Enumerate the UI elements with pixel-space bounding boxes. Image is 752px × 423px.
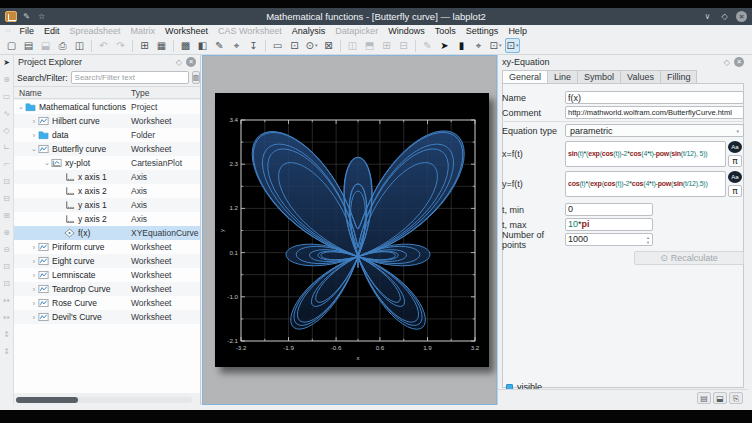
tmin-field[interactable]: 0 — [565, 203, 653, 216]
zoom-combo-button[interactable]: ⊙▾ — [304, 38, 319, 53]
add-equation-curve-icon[interactable]: ◇ — [1, 125, 13, 137]
expand-arrow-icon[interactable]: › — [30, 272, 38, 279]
float-dock-icon[interactable]: ◇ — [176, 58, 182, 67]
menu-tools[interactable]: Tools — [430, 26, 461, 36]
expand-arrow-icon[interactable]: ⌄ — [17, 103, 25, 111]
menu-windows[interactable]: Windows — [383, 26, 430, 36]
import-data-button[interactable]: ↧ — [246, 38, 261, 53]
new-text-label-button[interactable]: ▭ — [270, 38, 285, 53]
zoom-in-x-icon[interactable]: ⊡ — [1, 261, 13, 273]
add-text-label-icon[interactable]: ▭ — [1, 91, 13, 103]
select-mode-button[interactable]: ➤ — [437, 38, 452, 53]
tree-column-headers[interactable]: Name Type — [14, 86, 200, 99]
shortcut-icon[interactable]: ☆ — [36, 11, 47, 22]
new-plot-button[interactable]: ⊡ — [287, 38, 302, 53]
tree-row-devil-s-curve[interactable]: ›Devil's CurveWorksheet — [14, 310, 200, 324]
new-datapicker-button[interactable]: ⌖ — [229, 38, 244, 53]
tree-row-lemniscate[interactable]: ›LemniscateWorksheet — [14, 268, 200, 282]
auto-scale-icon[interactable]: ⊡ — [1, 176, 13, 188]
new-matrix-button[interactable]: ▩ — [178, 38, 193, 53]
minimize-icon[interactable]: ∨ — [702, 11, 713, 22]
new-workbook-button[interactable]: ⊞ — [137, 38, 152, 53]
shift-left-x-icon[interactable]: ↔ — [1, 295, 13, 307]
menu-settings[interactable]: Settings — [461, 26, 504, 36]
add-curve-icon[interactable]: ∿ — [1, 108, 13, 120]
tree-horizontal-scrollbar[interactable] — [16, 397, 192, 403]
y-equation-field[interactable]: cos(t)*(exp(cos(t))-2*cos(4*t)-pow(sin(t… — [565, 171, 726, 197]
expand-arrow-icon[interactable]: ⌄ — [43, 159, 51, 167]
worksheet-view[interactable]: -3.2-1.9-0.60.61.93.2-2.1-1.00.11.22.33.… — [202, 55, 497, 405]
filter-options-button[interactable]: ▥ — [192, 71, 201, 84]
tree-row-mathematical-functions[interactable]: ⌄Mathematical functionsProject — [14, 100, 200, 114]
menu-help[interactable]: Help — [503, 26, 532, 36]
maximize-icon[interactable]: ◇ — [719, 11, 730, 22]
tab-line[interactable]: Line — [548, 70, 578, 84]
zoom-in-icon[interactable]: ⊕ — [1, 227, 13, 239]
auto-scale-y-icon[interactable]: ⊞ — [1, 210, 13, 222]
menu-analysis[interactable]: Analysis — [287, 26, 331, 36]
tab-symbol[interactable]: Symbol — [578, 70, 621, 84]
comment-field[interactable] — [565, 106, 744, 119]
layout-vertical-button[interactable]: ◫ — [345, 38, 360, 53]
save-as-template-button[interactable]: ⎘ — [729, 392, 743, 404]
tree-row-x-axis-1[interactable]: x axis 1Axis — [14, 170, 200, 184]
tab-filling[interactable]: Filling — [661, 70, 698, 84]
navigation-mode-button[interactable]: ▮ — [454, 38, 469, 53]
tmax-field[interactable]: 10*pi — [565, 218, 653, 231]
save-template-button[interactable]: ⬓ — [713, 392, 727, 404]
pin-icon[interactable]: ✎ — [21, 11, 32, 22]
scrollbar-thumb[interactable] — [16, 397, 78, 403]
print-button[interactable]: ⎙ — [55, 38, 70, 53]
auto-scale-x-icon[interactable]: ⊟ — [1, 193, 13, 205]
menu-edit[interactable]: Edit — [39, 26, 65, 36]
zoom-in-y-icon[interactable]: ⊡ — [1, 278, 13, 290]
zoom-select-y-mode-button[interactable]: ⊡▾ — [505, 38, 520, 53]
tree-row-hilbert-curve[interactable]: ›Hilbert curveWorksheet — [14, 114, 200, 128]
menu-worksheet[interactable]: Worksheet — [160, 26, 213, 36]
pi-symbols-button[interactable]: π — [728, 155, 742, 167]
expand-arrow-icon[interactable]: › — [30, 244, 38, 251]
layout-break-button[interactable]: ⊟ — [396, 38, 411, 53]
shift-down-y-icon[interactable]: ↕ — [1, 346, 13, 358]
font-button[interactable]: Aa — [728, 141, 742, 153]
select-tool-icon[interactable]: ➤ — [1, 57, 13, 69]
crosshair-tool-icon[interactable]: ⊕ — [1, 74, 13, 86]
menu-datapicker[interactable]: Datapicker — [330, 26, 383, 36]
new-worksheet-button[interactable]: ◧ — [195, 38, 210, 53]
tree-row-butterfly-curve[interactable]: ⌄Butterfly curveWorksheet — [14, 142, 200, 156]
zoom-out-icon[interactable]: ⊖ — [1, 244, 13, 256]
plot-svg[interactable]: -3.2-1.9-0.60.61.93.2-2.1-1.00.11.22.33.… — [215, 93, 489, 367]
menu-file[interactable]: File — [14, 26, 39, 36]
tree-row-y-axis-1[interactable]: y axis 1Axis — [14, 198, 200, 212]
column-header-type[interactable]: Type — [131, 88, 149, 98]
pi-symbols-button[interactable]: π — [728, 185, 742, 197]
worksheet-page[interactable]: -3.2-1.9-0.60.61.93.2-2.1-1.00.11.22.33.… — [215, 93, 489, 367]
layout-grid-button[interactable]: ⊞ — [379, 38, 394, 53]
recalculate-button[interactable]: ⊙ Recalculate — [634, 251, 744, 265]
tree-row-eight-curve[interactable]: ›Eight curveWorksheet — [14, 254, 200, 268]
close-dock-icon[interactable]: × — [734, 57, 744, 67]
zoom-fit-mode-button[interactable]: ⌖ — [471, 38, 486, 53]
tree-row-rose-curve[interactable]: ›Rose CurveWorksheet — [14, 296, 200, 310]
shift-right-x-icon[interactable]: ↔ — [1, 312, 13, 324]
expand-arrow-icon[interactable]: › — [30, 258, 38, 265]
x-equation-field[interactable]: sin(t)*(exp(cos(t))-2*cos(4*t)-pow(sin(t… — [565, 141, 726, 167]
expand-arrow-icon[interactable]: › — [30, 118, 38, 125]
new-note-button[interactable]: ✎ — [212, 38, 227, 53]
print-preview-button[interactable]: ◫ — [72, 38, 87, 53]
redo-button[interactable]: ↷ — [113, 38, 128, 53]
expand-arrow-icon[interactable]: › — [30, 132, 38, 139]
name-field[interactable] — [565, 91, 744, 104]
fit-page-button[interactable]: ⊠ — [321, 38, 336, 53]
undo-button[interactable]: ↶ — [96, 38, 111, 53]
open-file-button[interactable]: ▤ — [21, 38, 36, 53]
expand-arrow-icon[interactable]: › — [30, 314, 38, 321]
add-legend-icon[interactable]: ⌐ — [1, 159, 13, 171]
close-icon[interactable]: × — [736, 11, 747, 22]
tree-row-x-axis-2[interactable]: x axis 2Axis — [14, 184, 200, 198]
tab-values[interactable]: Values — [621, 70, 661, 84]
close-dock-icon[interactable]: × — [186, 57, 196, 67]
shift-up-y-icon[interactable]: ↕ — [1, 329, 13, 341]
search-input[interactable] — [71, 71, 189, 84]
expand-arrow-icon[interactable]: › — [30, 300, 38, 307]
